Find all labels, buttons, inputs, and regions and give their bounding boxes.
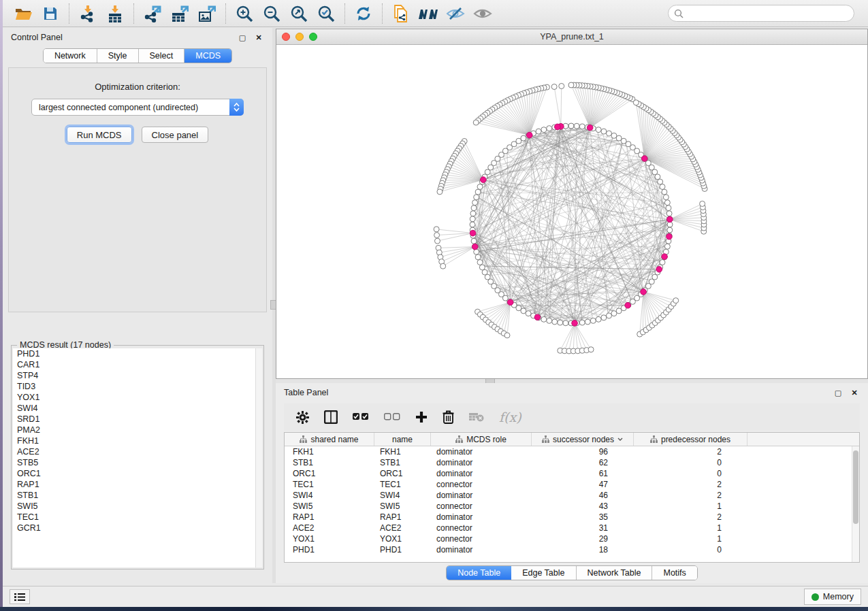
table-row[interactable]: PHD1PHD1dominator180 [285,544,859,555]
network-node[interactable] [660,184,665,190]
table-row[interactable]: SWI5SWI5connector431 [285,501,859,512]
network-node[interactable] [475,254,481,260]
network-node[interactable] [536,129,541,134]
window-zoom-icon[interactable] [309,33,317,41]
mcds-dominator-node[interactable] [555,124,561,130]
run-mcds-button[interactable]: Run MCDS [67,127,132,143]
mcds-result-item[interactable]: SRD1 [13,414,255,425]
network-window-titlebar[interactable]: YPA_prune.txt_1 [276,29,867,45]
mcds-result-item[interactable]: SWI5 [13,501,255,512]
network-node[interactable] [552,319,558,325]
table-row[interactable]: FKH1FKH1dominator962 [285,446,859,457]
refresh-button[interactable] [350,2,377,25]
mcds-list-scrollbar[interactable] [255,348,262,567]
import-table-button[interactable] [101,2,129,25]
close-panel-button[interactable]: Close panel [142,127,209,143]
mcds-result-item[interactable]: TEC1 [13,512,255,523]
network-node[interactable] [471,205,477,211]
network-node[interactable] [470,216,475,222]
mcds-result-item[interactable]: RAP1 [13,479,255,490]
network-node[interactable] [662,189,667,195]
first-neighbors-button[interactable] [415,2,442,25]
column-header-predecessor-nodes[interactable]: predecessor nodes [634,433,748,446]
memory-button[interactable]: Memory [804,589,861,605]
mcds-result-item[interactable]: PMA2 [13,425,255,435]
mcds-result-item[interactable]: YOX1 [13,392,255,403]
network-node[interactable] [660,259,665,265]
network-node[interactable] [601,315,607,320]
tab-edge-table[interactable]: Edge Table [511,566,576,580]
mcds-dominator-node[interactable] [507,299,513,306]
mcds-dominator-node[interactable] [534,314,541,320]
mcds-dominator-node[interactable] [656,267,662,273]
select-all-button[interactable] [353,413,369,421]
network-node[interactable] [611,311,617,316]
table-row[interactable]: RAP1RAP1dominator352 [285,512,859,523]
network-node[interactable] [585,319,590,325]
function-builder-button[interactable]: f(x) [499,410,521,425]
column-header-shared-name[interactable]: shared name [285,433,374,446]
tab-select[interactable]: Select [139,49,185,63]
mcds-result-item[interactable]: STP4 [13,370,255,381]
mcds-result-list[interactable]: PHD1CAR1STP4TID3YOX1SWI4SRD1PMA2FKH1ACE2… [13,348,255,567]
save-button[interactable] [37,2,64,25]
zoom-selected-button[interactable] [312,2,340,25]
network-node[interactable] [673,298,679,303]
network-node[interactable] [700,201,705,206]
mcds-result-item[interactable]: CAR1 [13,359,255,370]
mcds-dominator-node[interactable] [641,289,647,295]
network-node[interactable] [579,320,585,325]
mcds-dominator-node[interactable] [666,233,673,240]
mcds-dominator-node[interactable] [625,302,631,308]
network-node[interactable] [568,123,574,129]
network-node[interactable] [473,120,479,125]
zoom-fit-button[interactable] [285,2,312,25]
float-panel-icon[interactable]: ▢ [833,387,843,398]
mcds-result-item[interactable]: FKH1 [13,435,255,446]
network-node[interactable] [658,179,663,184]
network-node[interactable] [664,200,670,205]
network-node[interactable] [616,135,622,141]
mcds-dominator-node[interactable] [641,156,647,162]
tab-node-table[interactable]: Node Table [447,566,511,580]
network-node[interactable] [664,244,670,249]
network-node[interactable] [590,318,596,323]
clear-table-button[interactable] [469,412,484,422]
network-node[interactable] [663,195,669,200]
network-node[interactable] [471,238,477,244]
network-node[interactable] [611,133,617,138]
close-panel-icon[interactable]: ✕ [849,387,860,398]
network-node[interactable] [437,189,443,195]
table-row[interactable]: ORC1ORC1dominator610 [285,468,859,479]
task-history-button[interactable] [10,589,30,604]
show-all-button[interactable] [469,2,496,25]
network-node[interactable] [479,265,485,270]
network-node[interactable] [588,347,594,352]
mcds-dominator-node[interactable] [587,125,593,131]
network-node[interactable] [475,189,481,195]
mcds-dominator-node[interactable] [662,254,668,260]
add-column-button[interactable] [415,411,428,423]
tab-network[interactable]: Network [44,49,97,63]
mcds-result-item[interactable]: ACE2 [13,446,255,457]
table-row[interactable]: YOX1YOX1connector291 [285,533,859,544]
network-node[interactable] [477,184,483,190]
network-node[interactable] [606,131,611,136]
network-node[interactable] [596,127,601,133]
network-node[interactable] [601,129,607,134]
network-node[interactable] [477,259,483,265]
network-canvas[interactable] [276,45,867,378]
network-node[interactable] [563,320,568,326]
network-node[interactable] [666,205,671,211]
network-node[interactable] [547,126,552,131]
mcds-dominator-node[interactable] [481,177,487,183]
mcds-result-item[interactable]: PHD1 [13,348,255,359]
mcds-dominator-node[interactable] [472,244,478,250]
copy-network-button[interactable] [387,2,415,25]
optimization-criterion-select[interactable]: largest connected component (undirected) [31,99,244,116]
network-node[interactable] [472,200,478,205]
gear-button[interactable] [296,411,309,424]
tab-style[interactable]: Style [97,49,139,63]
window-minimize-icon[interactable] [295,33,304,41]
table-row[interactable]: SWI4SWI4dominator462 [285,490,859,501]
